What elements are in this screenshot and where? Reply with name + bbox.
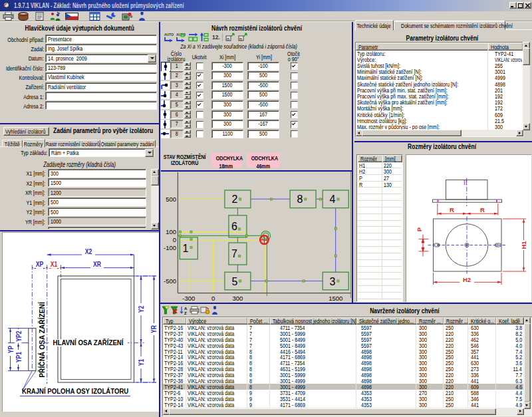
svg-text:3: 3 bbox=[330, 276, 336, 287]
svg-text:5: 5 bbox=[232, 276, 238, 287]
svg-text:X1: X1 bbox=[51, 261, 58, 269]
svg-text:XR: XR bbox=[93, 261, 101, 269]
svg-text:YP2: YP2 bbox=[15, 331, 23, 341]
svg-text:Z: Z bbox=[184, 311, 187, 315]
svg-text:300: 300 bbox=[232, 295, 243, 302]
svg-text:1500: 1500 bbox=[329, 295, 342, 302]
svg-text:8: 8 bbox=[297, 194, 303, 205]
svg-text:-100: -100 bbox=[164, 244, 176, 251]
svg-text:500: 500 bbox=[166, 196, 176, 203]
svg-text:7: 7 bbox=[231, 248, 237, 259]
svg-text:1: 1 bbox=[183, 243, 189, 254]
svg-text:B: B bbox=[227, 37, 229, 41]
svg-text:12.: 12. bbox=[212, 34, 220, 41]
svg-text:0: 0 bbox=[211, 295, 215, 302]
svg-text:-500: -500 bbox=[164, 277, 176, 285]
svg-text:XP: XP bbox=[36, 261, 44, 269]
svg-text:R: R bbox=[450, 206, 454, 213]
svg-text:4: 4 bbox=[330, 194, 336, 205]
svg-text:Y2: Y2 bbox=[137, 306, 145, 313]
svg-text:2: 2 bbox=[232, 194, 238, 205]
svg-text:YR: YR bbox=[150, 325, 158, 333]
svg-text:AUTO: AUTO bbox=[164, 33, 174, 37]
svg-text:YP: YP bbox=[7, 345, 15, 353]
svg-text:-300: -300 bbox=[182, 295, 195, 302]
svg-text:6: 6 bbox=[231, 221, 237, 232]
svg-text:Y1: Y1 bbox=[137, 358, 145, 366]
svg-text:HLAVNÍ OSA ZAŘÍZENÍ: HLAVNÍ OSA ZAŘÍZENÍ bbox=[53, 339, 123, 347]
svg-text:B: B bbox=[239, 37, 242, 41]
svg-text:P: P bbox=[415, 227, 422, 231]
svg-text:X2: X2 bbox=[85, 248, 92, 256]
svg-text:0: 0 bbox=[173, 236, 176, 243]
svg-text:A: A bbox=[184, 307, 188, 311]
svg-text:H2: H2 bbox=[462, 275, 470, 283]
svg-text:YP1: YP1 bbox=[15, 351, 23, 362]
svg-text:R: R bbox=[480, 206, 485, 213]
svg-text:100: 100 bbox=[166, 228, 176, 235]
svg-text:H1: H1 bbox=[520, 240, 527, 249]
svg-text:KRAJNÍ POLOHA OSY IZOLÁTORU: KRAJNÍ POLOHA OSY IZOLÁTORU bbox=[22, 388, 128, 395]
svg-text:PŘÍČNÁ OSA ZAŘÍZENÍ: PŘÍČNÁ OSA ZAŘÍZENÍ bbox=[38, 301, 46, 378]
